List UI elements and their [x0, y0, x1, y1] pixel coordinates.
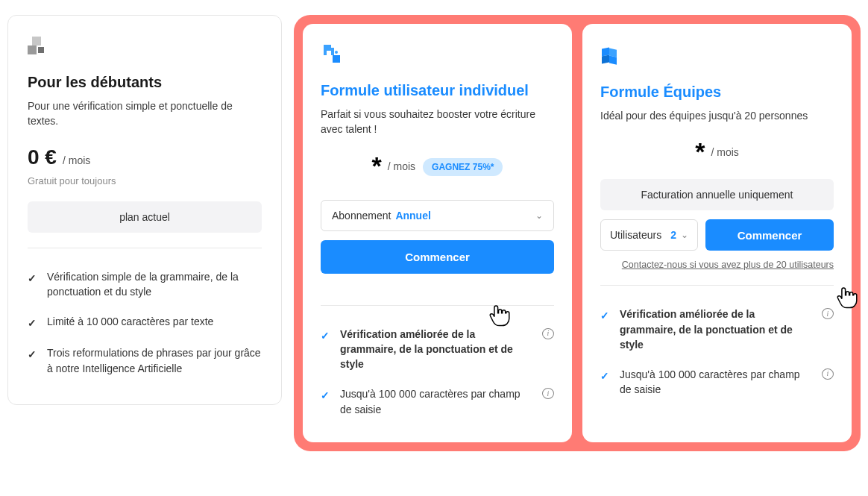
start-button[interactable]: Commencer — [705, 219, 834, 251]
svg-rect-8 — [609, 56, 617, 65]
divider — [28, 248, 262, 248]
feature-list: ✓ Vérification améliorée de la grammaire… — [600, 299, 834, 404]
chevron-down-icon: ⌄ — [681, 230, 688, 240]
check-icon: ✓ — [28, 316, 38, 330]
plan-icon-individual — [321, 42, 554, 69]
svg-rect-1 — [28, 45, 37, 54]
check-icon: ✓ — [600, 368, 611, 383]
price-row: * / mois — [600, 139, 834, 158]
svg-rect-5 — [602, 47, 609, 56]
start-button[interactable]: Commencer — [321, 240, 554, 274]
divider — [321, 305, 554, 306]
plan-title: Pour les débutants — [28, 74, 262, 91]
feature-item: ✓ Vérification améliorée de la grammaire… — [321, 319, 554, 380]
feature-item: ✓ Vérification améliorée de la grammaire… — [600, 299, 834, 360]
info-icon[interactable]: i — [542, 388, 554, 399]
plan-icon-free — [28, 37, 262, 60]
plan-subtitle: Pour une vérification simple et ponctuel… — [28, 98, 262, 129]
svg-rect-6 — [609, 48, 617, 57]
price-row: 0 € / mois — [28, 145, 262, 169]
feature-item: ✓ Jusqu'à 100 000 caractères par champ d… — [600, 360, 834, 405]
plan-card-team: Formule Équipes Idéal pour des équipes j… — [582, 24, 852, 442]
plan-subtitle: Idéal pour des équipes jusqu'à 20 person… — [600, 108, 834, 123]
divider — [600, 285, 834, 286]
check-icon: ✓ — [600, 308, 611, 323]
price-unit: / mois — [63, 154, 90, 166]
current-plan-button: plan actuel — [28, 201, 262, 233]
check-icon: ✓ — [321, 328, 331, 343]
feature-item: ✓ Jusqu'à 100 000 caractères par champ d… — [321, 379, 554, 424]
svg-rect-2 — [38, 47, 44, 53]
billing-note: Facturation annuelle uniquement — [600, 179, 834, 210]
contact-link[interactable]: Contactez-nous si vous avez plus de 20 u… — [600, 260, 834, 270]
users-select[interactable]: Utilisateurs 2 ⌄ — [600, 219, 698, 251]
price-unit: / mois — [388, 160, 415, 172]
feature-list: ✓ Vérification simple de la grammaire, d… — [28, 262, 262, 383]
cursor-hand-icon — [835, 285, 858, 310]
feature-item: ✓ Vérification simple de la grammaire, d… — [28, 262, 262, 307]
svg-rect-7 — [602, 54, 609, 63]
plan-subtitle: Parfait si vous souhaitez booster votre … — [321, 107, 554, 137]
select-value: Annuel — [395, 210, 430, 222]
plan-card-individual: Formule utilisateur individuel Parfait s… — [303, 24, 572, 442]
chevron-down-icon: ⌄ — [535, 210, 543, 221]
feature-list: ✓ Vérification améliorée de la grammaire… — [321, 319, 554, 424]
svg-rect-3 — [333, 55, 340, 63]
info-icon[interactable]: i — [822, 308, 834, 319]
save-badge: GAGNEZ 75%* — [423, 158, 503, 176]
highlight-wrapper: Formule utilisateur individuel Parfait s… — [294, 15, 861, 451]
svg-point-4 — [335, 51, 338, 54]
svg-rect-0 — [32, 37, 41, 45]
select-value: 2 — [670, 229, 676, 241]
select-label: Utilisateurs — [610, 229, 661, 241]
plan-title: Formule utilisateur individuel — [321, 82, 554, 99]
subscription-select[interactable]: Abonnement Annuel ⌄ — [321, 200, 554, 231]
price-unit: / mois — [711, 146, 738, 158]
info-icon[interactable]: i — [822, 368, 834, 380]
info-icon[interactable]: i — [542, 328, 554, 339]
feature-item: ✓ Limité à 10 000 caractères par texte — [28, 307, 262, 338]
price-symbol: * — [372, 158, 382, 173]
price-amount: 0 € — [28, 145, 57, 169]
price-symbol: * — [695, 144, 705, 159]
plan-card-free: Pour les débutants Pour une vérification… — [7, 15, 282, 405]
check-icon: ✓ — [28, 271, 38, 286]
check-icon: ✓ — [28, 347, 38, 362]
plan-icon-team — [600, 42, 834, 70]
price-note: Gratuit pour toujours — [28, 175, 262, 186]
price-row: * / mois GAGNEZ 75%* — [321, 154, 554, 176]
check-icon: ✓ — [321, 388, 331, 403]
plan-title: Formule Équipes — [600, 84, 834, 101]
feature-item: ✓ Trois reformulations de phrases par jo… — [28, 338, 262, 383]
select-label: Abonnement — [332, 210, 391, 222]
